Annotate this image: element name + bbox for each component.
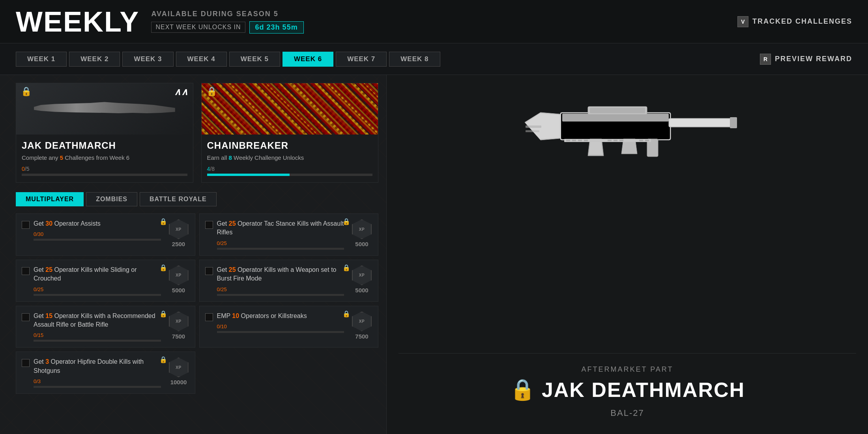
jak-lock-icon: 🔒 xyxy=(21,86,32,97)
preview-reward-label: PREVIEW REWARD xyxy=(775,55,852,63)
challenge-content-2: Get 25 Operator Tac Stance Kills with As… xyxy=(217,219,344,250)
svg-rect-14 xyxy=(526,125,541,128)
challenge-checkbox-4[interactable] xyxy=(205,267,213,275)
svg-rect-9 xyxy=(730,117,737,128)
reward-cards: 🔒 ∧∧ JAK DEATHMARCH Complete any 5 Chall… xyxy=(16,83,378,183)
tab-week-6[interactable]: WEEK 6 xyxy=(282,52,333,67)
challenge-title-7: Get 3 Operator Hipfire Double Kills with… xyxy=(34,357,161,375)
tab-zombies[interactable]: ZOMBIES xyxy=(86,192,137,206)
chain-desc-suffix: Weekly Challenge Unlocks xyxy=(232,154,304,161)
tab-week-2[interactable]: WEEK 2 xyxy=(69,52,120,67)
challenge-xp-6: XP 7500 xyxy=(352,312,372,340)
challenge-progress-label-2: 0/25 xyxy=(217,240,344,246)
challenge-xp-4: XP 5000 xyxy=(352,266,372,294)
preview-reward-button[interactable]: R PREVIEW REWARD xyxy=(760,54,852,65)
challenge-progress-label-6: 0/10 xyxy=(217,324,344,329)
top-header: WEEKLY AVAILABLE DURING SEASON 5 NEXT WE… xyxy=(0,0,868,43)
challenge-progress-bar-1 xyxy=(34,239,161,241)
tab-week-7[interactable]: WEEK 7 xyxy=(336,52,387,67)
chain-progress-label: 4/8 xyxy=(207,166,373,172)
aftermarket-label: AFTERMARKET PART xyxy=(398,365,856,374)
tab-week-8[interactable]: WEEK 8 xyxy=(389,52,440,67)
main-container: WEEKLY AVAILABLE DURING SEASON 5 NEXT WE… xyxy=(0,0,868,434)
tab-multiplayer[interactable]: MULTIPLAYER xyxy=(16,192,84,206)
aftermarket-name: 🔒 JAK DEATHMARCH xyxy=(398,378,856,402)
challenge-checkbox-5[interactable] xyxy=(22,313,30,321)
chain-desc-prefix: Earn all xyxy=(207,154,229,161)
challenge-checkbox-6[interactable] xyxy=(205,313,213,321)
challenge-item-7: Get 3 Operator Hipfire Double Kills with… xyxy=(16,352,195,394)
tracked-challenges-button[interactable]: V TRACKED CHALLENGES xyxy=(737,16,852,27)
jak-desc-prefix: Complete any xyxy=(22,154,60,161)
jak-progress: 0/5 xyxy=(22,166,187,176)
svg-rect-24 xyxy=(639,140,643,141)
challenge-progress-label-4: 0/25 xyxy=(217,286,344,292)
svg-rect-22 xyxy=(614,140,617,141)
challenge-item-2: Get 25 Operator Tac Stance Kills with As… xyxy=(199,213,379,256)
jak-progress-current: 0 xyxy=(22,166,25,172)
xp-value-3: 5000 xyxy=(172,287,185,294)
svg-rect-6 xyxy=(590,108,645,113)
challenge-lock-2: 🔒 xyxy=(342,218,350,225)
chain-progress-fill xyxy=(207,174,290,176)
chain-highlight-num: 8 xyxy=(229,154,232,161)
challenge-progress-bar-3 xyxy=(34,294,161,296)
challenge-progress-bar-6 xyxy=(217,331,344,333)
jak-card-name: JAK DEATHMARCH xyxy=(22,140,187,151)
xp-value-7: 10000 xyxy=(170,379,187,385)
unlock-label: NEXT WEEK UNLOCKS IN xyxy=(151,22,245,33)
jak-progress-bar xyxy=(22,174,187,176)
challenge-xp-2: XP 5000 xyxy=(352,219,372,247)
challenge-lock-7: 🔒 xyxy=(159,356,167,363)
tab-week-5[interactable]: WEEK 5 xyxy=(229,52,280,67)
challenge-xp-5: XP 7500 xyxy=(169,312,189,340)
tab-battle-royale[interactable]: BATTLE ROYALE xyxy=(140,192,217,206)
unlock-timer: NEXT WEEK UNLOCKS IN 6d 23h 55m xyxy=(151,21,303,34)
challenge-checkbox-3[interactable] xyxy=(22,267,30,275)
chain-pattern xyxy=(202,83,378,135)
challenge-lock-1: 🔒 xyxy=(159,218,167,225)
mode-tabs: MULTIPLAYER ZOMBIES BATTLE ROYALE xyxy=(16,192,378,206)
aftermarket-lock-icon: 🔒 xyxy=(510,378,536,402)
challenge-checkbox-1[interactable] xyxy=(22,221,30,229)
right-panel: AFTERMARKET PART 🔒 JAK DEATHMARCH BAL-27 xyxy=(387,75,868,434)
challenge-title-6: EMP 10 Operators or Killstreaks xyxy=(217,312,344,320)
weapon-display xyxy=(398,91,856,337)
chain-progress-bar xyxy=(207,174,373,176)
challenge-lock-4: 🔒 xyxy=(342,264,350,271)
chain-card-name: CHAINBREAKER xyxy=(207,140,373,151)
challenge-checkbox-2[interactable] xyxy=(205,221,213,229)
jak-card-image: 🔒 ∧∧ xyxy=(16,83,193,135)
tracked-key-badge: V xyxy=(737,16,748,27)
challenge-xp-3: XP 5000 xyxy=(169,266,189,294)
reward-card-chain: 🔒 CHAINBREAKER Earn all 8 Weekly Challen… xyxy=(201,83,379,183)
challenge-content-7: Get 3 Operator Hipfire Double Kills with… xyxy=(34,357,161,388)
timer-value: 6d 23h 55m xyxy=(249,21,304,34)
jak-weapon-preview xyxy=(34,99,175,119)
chain-card-info: CHAINBREAKER Earn all 8 Weekly Challenge… xyxy=(202,135,378,182)
xp-value-4: 5000 xyxy=(355,287,368,294)
week-tabs-list: WEEK 1 WEEK 2 WEEK 3 WEEK 4 WEEK 5 WEEK … xyxy=(16,52,440,67)
challenge-title-1: Get 30 Operator Assists xyxy=(34,219,161,228)
challenge-content-4: Get 25 Operator Kills with a Weapon set … xyxy=(217,266,344,296)
tab-week-4[interactable]: WEEK 4 xyxy=(176,52,227,67)
tab-week-3[interactable]: WEEK 3 xyxy=(122,52,173,67)
challenge-progress-label-5: 0/15 xyxy=(34,332,161,338)
reward-info: AFTERMARKET PART 🔒 JAK DEATHMARCH BAL-27 xyxy=(398,353,856,418)
challenge-progress-bar-7 xyxy=(34,386,161,388)
xp-badge-1: XP xyxy=(169,219,189,239)
svg-rect-25 xyxy=(645,140,649,141)
reward-card-jak: 🔒 ∧∧ JAK DEATHMARCH Complete any 5 Chall… xyxy=(16,83,193,183)
challenge-lock-6: 🔒 xyxy=(342,310,350,318)
xp-value-2: 5000 xyxy=(355,241,368,247)
challenge-grid: Get 30 Operator Assists 0/30 🔒 XP 2500 xyxy=(16,213,378,394)
aftermarket-weapon-name: JAK DEATHMARCH xyxy=(542,378,745,402)
svg-rect-21 xyxy=(608,140,612,141)
challenge-content-1: Get 30 Operator Assists 0/30 xyxy=(34,219,161,241)
page-title: WEEKLY xyxy=(16,7,139,36)
svg-rect-15 xyxy=(526,130,539,132)
challenge-checkbox-7[interactable] xyxy=(22,359,30,367)
jak-card-logo: ∧∧ xyxy=(174,86,188,97)
tab-week-1[interactable]: WEEK 1 xyxy=(16,52,67,67)
jak-card-info: JAK DEATHMARCH Complete any 5 Challenges… xyxy=(16,135,193,182)
